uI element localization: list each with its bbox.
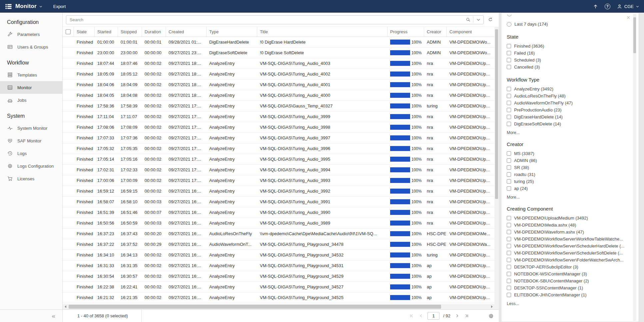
column-header-state[interactable]: State	[74, 27, 95, 37]
filter-option[interactable]: ELITEBOOK-JHI\ContentManager (1)	[507, 291, 629, 298]
filter-option-partial[interactable]	[507, 15, 629, 18]
column-header-created[interactable]: Created	[166, 27, 207, 37]
table-row[interactable]: Finished 17:05:32 17:05:35 00:00:02 09/2…	[63, 143, 494, 154]
filter-option[interactable]: Finished (3636)	[507, 43, 629, 50]
sidebar-item-logs-configuration[interactable]: Logs Configuration	[0, 160, 62, 172]
table-row[interactable]: Finished 16:30:54 16:30:57 00:00:02 09/2…	[63, 271, 494, 282]
collapse-sidebar-icon[interactable]: «	[52, 313, 55, 319]
sidebar-item-logs[interactable]: Logs	[0, 147, 62, 160]
table-row[interactable]: Finished 17:00:06 17:00:09 00:00:02 09/2…	[63, 175, 494, 186]
column-header-title[interactable]: Title	[257, 27, 387, 37]
table-row[interactable]: Finished 16:22:38 16:22:41 00:00:02 09/2…	[63, 282, 494, 292]
table-row[interactable]: Finished 16:21:32 16:21:35 00:00:02 09/2…	[63, 292, 494, 303]
filter-option[interactable]: VM-DPEDEMO\Media.ashx (48)	[507, 222, 629, 229]
table-settings-button[interactable]	[488, 313, 494, 319]
filter-option[interactable]: AudioLoResOnTheFly (48)	[507, 92, 629, 99]
first-page-button[interactable]	[408, 313, 414, 319]
checkbox-icon[interactable]	[507, 172, 511, 177]
table-row[interactable]: Finished 18:04:06 18:04:09 00:00:02 09/2…	[63, 80, 494, 90]
filter-option[interactable]: NOTEBOOK-SBU\ContentManager (2)	[507, 277, 629, 284]
column-header-component[interactable]: Component	[447, 27, 494, 37]
filter-option[interactable]: DigEraseHardDelete (14)	[507, 113, 629, 120]
filter-option[interactable]: NOTEBOOK-WS\ContentManager (3)	[507, 270, 629, 277]
checkbox-icon[interactable]	[507, 186, 511, 191]
filter-option[interactable]: Scheduled (3)	[507, 57, 629, 64]
filter-option[interactable]: AudioWaveformOnTheFly (47)	[507, 99, 629, 106]
checkbox-icon[interactable]	[507, 87, 511, 91]
checkbox-icon[interactable]	[507, 115, 511, 119]
filter-option-last-7-days[interactable]: Last 7 days (174)	[507, 21, 629, 28]
vertical-scrollbar-thumb[interactable]	[495, 29, 498, 199]
filter-option[interactable]: roadtu (31)	[507, 171, 629, 178]
filter-option[interactable]: VM-DPEDEMO\WorkflowServer\SchedulerHardD…	[507, 242, 629, 249]
filter-more-link[interactable]: More...	[507, 130, 629, 135]
filter-option[interactable]: turing (25)	[507, 178, 629, 185]
checkbox-icon[interactable]	[507, 51, 511, 55]
scroll-left-arrow-icon[interactable]	[63, 304, 68, 309]
previous-page-button[interactable]	[418, 313, 424, 319]
table-row[interactable]: Finished 17:02:31 17:02:33 00:00:02 09/2…	[63, 165, 494, 175]
table-row[interactable]: Finished 18:07:44 18:07:46 00:00:02 09/2…	[63, 58, 494, 69]
filter-more-link[interactable]: More...	[507, 195, 629, 200]
column-header-duration[interactable]: Duration	[142, 27, 166, 37]
sidebar-item-users-groups[interactable]: Users & Groups	[0, 41, 62, 53]
checkbox-icon[interactable]	[507, 122, 511, 126]
select-all-checkbox[interactable]	[66, 29, 71, 34]
checkbox-icon[interactable]	[507, 108, 511, 112]
checkbox-icon[interactable]	[507, 223, 511, 227]
app-title-menu[interactable]: Monitor	[15, 3, 43, 10]
checkbox-icon[interactable]	[507, 258, 511, 262]
filter-option[interactable]: Failed (16)	[507, 50, 629, 57]
table-row[interactable]: Finished 17:58:36 17:58:39 00:00:02 09/2…	[63, 101, 494, 111]
filter-option[interactable]: DigEraseSoftDelete (14)	[507, 120, 629, 127]
checkbox-icon[interactable]	[507, 251, 511, 255]
select-all-cell[interactable]	[63, 27, 74, 37]
filter-option[interactable]: ap (24)	[507, 185, 629, 192]
filter-option[interactable]: AnalyzeEntry (3492)	[507, 85, 629, 92]
table-row[interactable]: Finished 16:37:22 16:37:52 00:00:29 09/2…	[63, 239, 494, 250]
filter-scrollbar-thumb[interactable]	[633, 17, 636, 53]
checkbox-icon[interactable]	[507, 158, 511, 163]
checkbox-icon[interactable]	[507, 286, 511, 290]
page-number-input[interactable]	[427, 312, 439, 320]
table-row[interactable]: Finished 18:05:09 18:05:12 00:00:02 09/2…	[63, 69, 494, 80]
table-row[interactable]: Finished 16:59:12 16:59:15 00:00:02 09/2…	[63, 186, 494, 197]
user-menu[interactable]: CGE	[617, 4, 639, 9]
table-row[interactable]: Finished 01:00:00 01:00:01 00:00:01 09/2…	[63, 37, 494, 48]
sidebar-item-licenses[interactable]: Licenses	[0, 172, 62, 185]
filter-option[interactable]: MS (3387)	[507, 150, 629, 157]
sidebar-item-jobs[interactable]: Jobs	[0, 94, 62, 106]
table-row[interactable]: Finished 17:05:14 17:05:16 00:00:02 09/2…	[63, 154, 494, 165]
checkbox-icon[interactable]	[507, 165, 511, 170]
filter-option[interactable]: VM-DPEDEMO\WorkflowServer\WorkflowTableW…	[507, 236, 629, 242]
last-page-button[interactable]	[464, 313, 470, 319]
refresh-button[interactable]	[486, 15, 495, 24]
horizontal-scrollbar-thumb[interactable]	[69, 305, 441, 309]
table-row[interactable]: Finished 17:11:04 17:11:07 00:00:02 09/2…	[63, 111, 494, 122]
column-header-started[interactable]: Started	[95, 27, 118, 37]
search-options-chevron-icon[interactable]	[476, 17, 481, 22]
search-icon[interactable]	[465, 17, 471, 22]
checkbox-icon[interactable]	[507, 65, 511, 69]
filter-option[interactable]: VM-DPEDEMO\WorkflowServer\FolderWatcherS…	[507, 256, 629, 263]
table-row[interactable]: Finished 17:08:06 17:08:09 00:00:02 09/2…	[63, 122, 494, 133]
checkbox-icon[interactable]	[507, 58, 511, 62]
table-row[interactable]: Finished 23:00:00 23:00:00 00:00:00 09/2…	[63, 48, 494, 58]
checkbox-icon[interactable]	[507, 216, 511, 220]
sidebar-item-system-monitor[interactable]: System Monitor	[0, 122, 62, 134]
checkbox-icon[interactable]	[507, 279, 511, 283]
column-header-creator[interactable]: Creator	[424, 27, 447, 37]
checkbox-icon[interactable]	[507, 179, 511, 184]
table-row[interactable]: Finished 18:04:05 18:04:08 00:00:02 09/2…	[63, 90, 494, 101]
table-row[interactable]: Finished 16:50:56 16:50:59 00:00:03 09/2…	[63, 218, 494, 229]
filter-option[interactable]: VM-DPEDEMO\Waveform.ashx (47)	[507, 229, 629, 236]
column-header-stopped[interactable]: Stopped	[118, 27, 142, 37]
search-input[interactable]	[70, 17, 463, 22]
sidebar-item-monitor[interactable]: Monitor	[0, 81, 62, 94]
table-row[interactable]: Finished 17:07:33 17:07:36 00:00:02 09/2…	[63, 133, 494, 143]
filter-option[interactable]: VM-DPEDEMO\UploadMedium (3492)	[507, 215, 629, 222]
sidebar-item-parameters[interactable]: Parameters	[0, 28, 62, 41]
checkbox-icon[interactable]	[507, 44, 511, 48]
checkbox-icon[interactable]	[507, 151, 511, 156]
column-header-type[interactable]: Type	[207, 27, 257, 37]
